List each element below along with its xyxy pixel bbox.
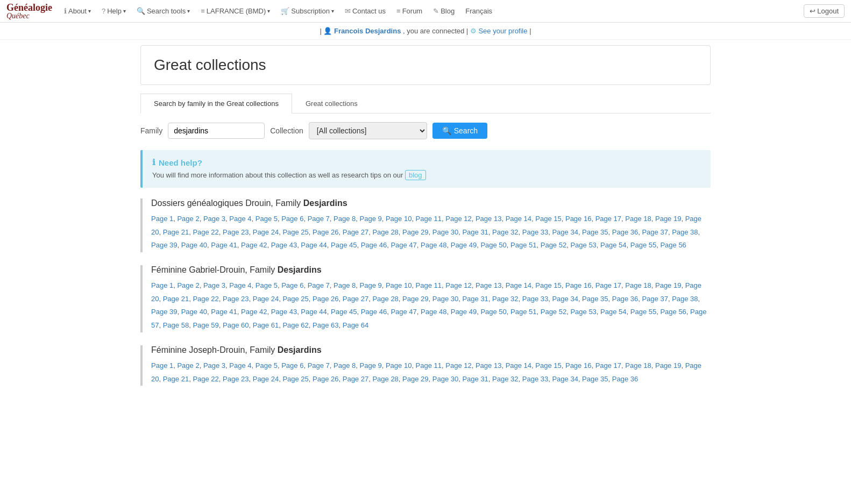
page-link[interactable]: Page 22	[193, 375, 218, 383]
nav-lafrance[interactable]: ≡ LAFRANCE (BMD) ▾	[196, 0, 274, 23]
nav-search-tools[interactable]: 🔍 Search tools ▾	[132, 0, 194, 23]
page-link[interactable]: Page 34	[552, 375, 578, 383]
nav-about[interactable]: ℹ About ▾	[60, 0, 95, 23]
page-link[interactable]: Page 39	[151, 308, 177, 316]
page-link[interactable]: Page 17	[595, 281, 621, 289]
page-link[interactable]: Page 44	[301, 241, 327, 249]
page-link[interactable]: Page 30	[432, 228, 458, 236]
page-link[interactable]: Page 8	[334, 361, 356, 370]
page-link[interactable]: Page 51	[510, 308, 536, 316]
page-link[interactable]: Page 49	[451, 308, 477, 316]
page-link[interactable]: Page 25	[282, 228, 308, 236]
page-link[interactable]: Page 2	[177, 281, 199, 289]
nav-help[interactable]: ? Help ▾	[97, 0, 130, 23]
username-link[interactable]: Francois Desjardins	[334, 27, 403, 35]
page-link[interactable]: Page 1	[151, 215, 173, 223]
page-link[interactable]: Page 33	[522, 295, 548, 303]
page-link[interactable]: Page 60	[223, 321, 249, 329]
logout-button[interactable]: ↩ Logout	[804, 4, 845, 18]
page-link[interactable]: Page 34	[552, 295, 578, 303]
page-link[interactable]: Page 26	[313, 228, 338, 236]
page-link[interactable]: Page 7	[308, 215, 330, 223]
page-link[interactable]: Page 5	[256, 215, 278, 223]
page-link[interactable]: Page 54	[600, 241, 626, 249]
page-link[interactable]: Page 34	[552, 228, 578, 236]
page-link[interactable]: Page 53	[570, 241, 596, 249]
page-link[interactable]: Page 37	[642, 228, 668, 236]
page-link[interactable]: Page 42	[241, 308, 267, 316]
nav-language[interactable]: Français	[461, 0, 497, 23]
page-link[interactable]: Page 11	[416, 361, 442, 370]
page-link[interactable]: Page 40	[181, 308, 207, 316]
page-link[interactable]: Page 30	[432, 295, 458, 303]
page-link[interactable]: Page 10	[386, 361, 412, 370]
page-link[interactable]: Page 5	[256, 361, 278, 370]
page-link[interactable]: Page 18	[625, 361, 651, 370]
page-link[interactable]: Page 36	[612, 295, 638, 303]
search-button[interactable]: 🔍 Search	[432, 123, 487, 139]
page-link[interactable]: Page 6	[281, 215, 303, 223]
tab-search-family[interactable]: Search by family in the Great collection…	[140, 94, 292, 113]
page-link[interactable]: Page 11	[416, 281, 442, 289]
page-link[interactable]: Page 45	[331, 308, 357, 316]
page-link[interactable]: Page 13	[476, 361, 501, 370]
page-link[interactable]: Page 32	[492, 295, 518, 303]
page-link[interactable]: Page 10	[386, 281, 412, 289]
page-link[interactable]: Page 53	[570, 308, 596, 316]
page-link[interactable]: Page 21	[163, 375, 189, 383]
page-link[interactable]: Page 44	[301, 308, 327, 316]
page-link[interactable]: Page 49	[451, 241, 477, 249]
page-link[interactable]: Page 40	[181, 241, 207, 249]
page-link[interactable]: Page 4	[229, 281, 251, 289]
page-link[interactable]: Page 3	[203, 361, 225, 370]
page-link[interactable]: Page 9	[360, 361, 382, 370]
page-link[interactable]: Page 47	[391, 241, 416, 249]
page-link[interactable]: Page 43	[271, 308, 297, 316]
page-link[interactable]: Page 27	[343, 228, 368, 236]
page-link[interactable]: Page 42	[241, 241, 267, 249]
page-link[interactable]: Page 47	[391, 308, 416, 316]
page-link[interactable]: Page 46	[361, 241, 387, 249]
page-link[interactable]: Page 51	[510, 241, 536, 249]
page-link[interactable]: Page 13	[476, 215, 501, 223]
page-link[interactable]: Page 13	[476, 281, 501, 289]
page-link[interactable]: Page 43	[271, 241, 297, 249]
page-link[interactable]: Page 1	[151, 361, 173, 370]
page-link[interactable]: Page 22	[193, 228, 218, 236]
page-link[interactable]: Page 17	[595, 361, 621, 370]
page-link[interactable]: Page 36	[612, 228, 638, 236]
page-link[interactable]: Page 50	[480, 308, 506, 316]
page-link[interactable]: Page 5	[256, 281, 278, 289]
page-link[interactable]: Page 46	[361, 308, 387, 316]
page-link[interactable]: Page 33	[522, 228, 548, 236]
page-link[interactable]: Page 19	[655, 281, 681, 289]
page-link[interactable]: Page 33	[522, 375, 548, 383]
page-link[interactable]: Page 59	[193, 321, 218, 329]
page-link[interactable]: Page 18	[625, 215, 651, 223]
page-link[interactable]: Page 37	[642, 295, 668, 303]
page-link[interactable]: Page 7	[308, 361, 330, 370]
page-link[interactable]: Page 21	[163, 295, 189, 303]
page-link[interactable]: Page 24	[253, 295, 279, 303]
page-link[interactable]: Page 9	[360, 215, 382, 223]
page-link[interactable]: Page 52	[541, 308, 566, 316]
page-link[interactable]: Page 28	[372, 375, 398, 383]
page-link[interactable]: Page 4	[229, 215, 251, 223]
page-link[interactable]: Page 56	[660, 241, 686, 249]
page-link[interactable]: Page 24	[253, 228, 279, 236]
page-link[interactable]: Page 3	[203, 281, 225, 289]
collection-select[interactable]: [All collections]DrouinFéminine Gabriel-…	[309, 122, 427, 139]
nav-forum[interactable]: ≡ Forum	[392, 0, 427, 23]
page-link[interactable]: Page 32	[492, 375, 518, 383]
page-link[interactable]: Page 12	[445, 281, 471, 289]
page-link[interactable]: Page 19	[655, 361, 681, 370]
page-link[interactable]: Page 16	[565, 215, 591, 223]
page-link[interactable]: Page 23	[223, 295, 249, 303]
page-link[interactable]: Page 26	[313, 375, 338, 383]
page-link[interactable]: Page 8	[334, 215, 356, 223]
page-link[interactable]: Page 61	[253, 321, 279, 329]
page-link[interactable]: Page 22	[193, 295, 218, 303]
page-link[interactable]: Page 21	[163, 228, 189, 236]
family-input[interactable]	[168, 123, 265, 139]
page-link[interactable]: Page 1	[151, 281, 173, 289]
